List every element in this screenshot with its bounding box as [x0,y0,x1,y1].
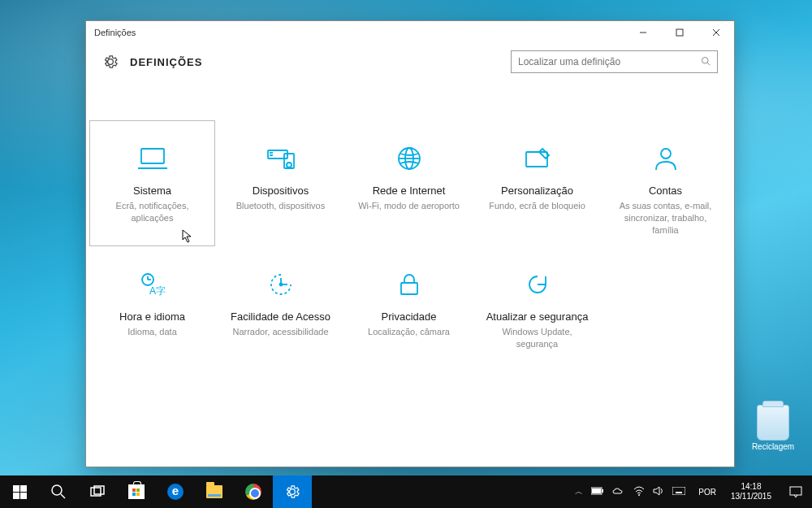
settings-window: Definições DEFINIÇÕES Sistema Ecrã, noti… [85,20,735,467]
svg-line-5 [707,63,710,65]
update-icon [521,270,554,299]
taskbar-file-explorer[interactable] [195,475,234,508]
globe-icon [393,144,425,173]
recycle-bin[interactable]: Reciclagem [749,405,797,451]
clock-time: 14:18 [731,482,771,492]
svg-point-18 [661,149,671,158]
cursor-icon [182,229,193,246]
svg-point-4 [702,57,709,63]
svg-rect-11 [284,154,294,168]
minimize-button[interactable] [624,21,661,44]
svg-rect-32 [602,489,603,493]
recycle-bin-icon [757,405,789,441]
svg-rect-6 [141,149,164,163]
accessibility-icon [265,270,297,299]
svg-rect-16 [526,152,547,167]
devices-icon [265,144,297,173]
svg-rect-35 [672,487,685,495]
clock-date: 13/11/2015 [731,492,771,501]
tile-system[interactable]: Sistema Ecrã, notificações, aplicações [89,120,215,246]
gear-icon [102,54,119,70]
tile-accounts[interactable]: Contas As suas contas, e-mail, sincroniz… [603,120,728,246]
svg-rect-1 [676,29,683,36]
svg-rect-26 [401,283,417,294]
language-indicator[interactable]: POR [692,488,723,497]
tile-personalization[interactable]: Personalização Fundo, ecrã de bloqueio [474,120,600,246]
tray-chevron-up-icon[interactable]: ︿ [575,486,583,497]
start-button[interactable] [0,475,39,508]
svg-point-25 [279,284,282,286]
taskbar: ︿ POR 14:18 13/11/2015 [0,475,812,508]
system-tray[interactable]: ︿ [568,486,692,497]
taskbar-settings[interactable] [273,475,312,508]
taskbar-edge[interactable] [156,475,195,508]
tray-keyboard-icon[interactable] [672,487,685,497]
tile-time-language[interactable]: A字 Hora e idioma Idioma, data [89,246,215,372]
tray-onedrive-icon[interactable] [612,487,625,497]
titlebar[interactable]: Definições [86,21,734,44]
svg-point-34 [638,494,640,496]
window-title: Definições [94,28,136,37]
search-input[interactable] [518,56,701,67]
display-icon [136,144,169,173]
svg-point-27 [52,485,62,495]
maximize-button[interactable] [661,21,698,44]
svg-rect-33 [592,488,601,493]
search-box[interactable] [511,50,718,73]
page-title: DEFINIÇÕES [130,56,202,68]
settings-grid: Sistema Ecrã, notificações, aplicações D… [86,120,734,372]
taskbar-search[interactable] [39,475,78,508]
search-icon [701,56,710,68]
taskbar-taskview[interactable] [78,475,117,508]
lock-icon [393,270,425,299]
tile-update-security[interactable]: Atualizar e segurança Windows Update, se… [474,246,600,372]
close-button[interactable] [698,21,734,44]
svg-line-28 [61,494,65,498]
tray-network-icon[interactable] [633,486,645,497]
taskbar-chrome[interactable] [234,475,273,508]
action-center-button[interactable] [780,485,812,498]
header: DEFINIÇÕES [86,44,734,88]
personalization-icon [521,144,554,173]
tray-volume-icon[interactable] [653,486,664,497]
tile-privacy[interactable]: Privacidade Localização, câmara [346,246,472,372]
tray-battery-icon[interactable] [591,487,604,497]
tile-devices[interactable]: Dispositivos Bluetooth, dispositivos [218,120,343,246]
tile-ease-of-access[interactable]: Facilidade de Acesso Narrador, acessibil… [218,246,343,372]
recycle-bin-label: Reciclagem [749,442,797,451]
taskbar-store[interactable] [117,475,156,508]
svg-rect-41 [790,487,801,495]
taskbar-clock[interactable]: 14:18 13/11/2015 [723,482,780,501]
person-icon [650,144,682,173]
tile-network[interactable]: Rede e Internet Wi-Fi, modo de aeroporto [346,120,472,246]
svg-point-12 [287,163,292,167]
svg-text:A字: A字 [149,285,166,297]
time-language-icon: A字 [136,270,169,299]
